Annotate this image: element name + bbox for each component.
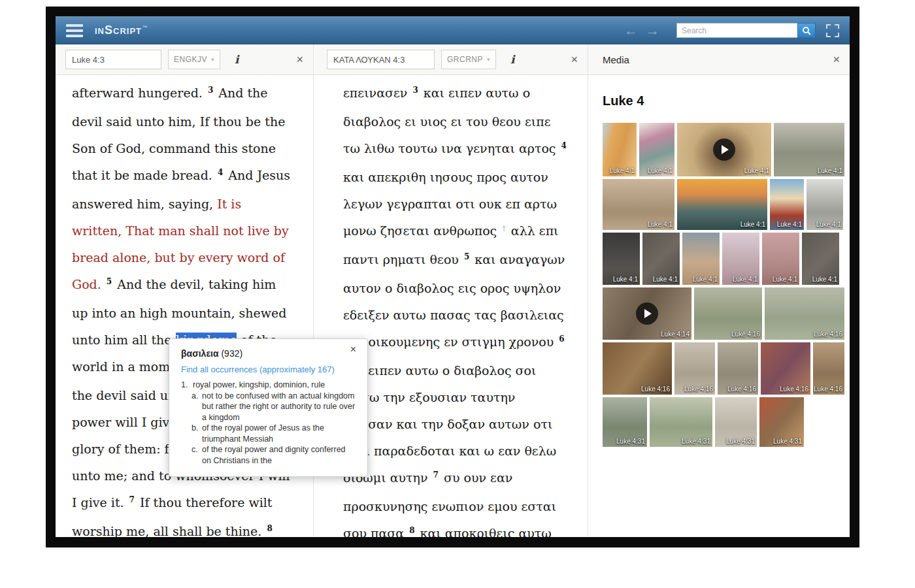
media-thumbnail-label: Luke 4:1 xyxy=(818,167,842,174)
media-image-thumbnail[interactable]: Luke 4:16 xyxy=(765,287,844,340)
verse-gr-line: προσκυνησης ενωπιον εμου εσται xyxy=(343,493,588,520)
media-image-thumbnail[interactable]: Luke 4:1 xyxy=(770,179,804,230)
media-image-thumbnail[interactable]: Luke 4:1 xyxy=(603,179,674,230)
media-image-thumbnail[interactable]: Luke 4:31 xyxy=(603,397,647,447)
verse-gr-line: εμοι παραδεδοται και ω εαν θελω xyxy=(343,438,588,465)
media-image-thumbnail[interactable]: Luke 4:16 xyxy=(694,287,762,340)
close-panel-media-icon[interactable]: × xyxy=(833,54,840,65)
verse-en-line: Son of God, command this stone xyxy=(72,135,313,162)
verse-text: αλλ επι xyxy=(507,223,559,238)
verse-en-line: that it be made bread. 4 And Jesus xyxy=(72,162,313,191)
find-occurrences-link[interactable]: Find all occurrences (approximately 167) xyxy=(181,365,356,374)
play-icon[interactable] xyxy=(636,302,658,325)
media-image-thumbnail[interactable]: Luke 4:1 xyxy=(802,233,839,285)
verse-text: And the xyxy=(214,86,267,100)
verse-number: 7 xyxy=(129,495,135,504)
top-bar: inScript™ ← → xyxy=(56,16,850,44)
media-row: Luke 4:1Luke 4:1Luke 4:1Luke 4:1Luke 4:1… xyxy=(603,233,846,285)
reference-input-english[interactable] xyxy=(65,50,161,69)
media-row: Luke 4:1Luke 4:1Luke 4:1Luke 4:1 xyxy=(603,123,846,176)
media-image-thumbnail[interactable]: Luke 4:1 xyxy=(774,123,844,176)
media-image-thumbnail[interactable]: Luke 4:1 xyxy=(722,233,759,285)
media-image-thumbnail[interactable]: Luke 4:16 xyxy=(761,342,810,395)
verse-text: και απεκριθη ιησους προς αυτον xyxy=(343,170,548,184)
verse-number: 5 xyxy=(107,277,112,286)
media-thumbnail-label: Luke 4:1 xyxy=(777,221,802,228)
verse-en-line: I give it. 7 If thou therefore wilt xyxy=(72,489,313,518)
media-thumbnail-label: Luke 4:1 xyxy=(812,276,837,283)
verse-text: της οικουμενης εν στιγμη χρονου xyxy=(343,335,557,349)
media-image-thumbnail[interactable]: Luke 4:16 xyxy=(718,342,758,395)
verse-number: 6 xyxy=(559,335,564,344)
verse-text: up into an high mountain, shewed xyxy=(72,306,286,320)
media-image-thumbnail[interactable]: Luke 4:16 xyxy=(674,342,715,395)
panel-media: Media × Luke 4 Luke 4:1Luke 4:1Luke 4:1L… xyxy=(588,44,850,536)
verse-text: και αναγαγων xyxy=(471,252,565,267)
verse-text: δωσω την εξουσιαν ταυτην xyxy=(343,390,515,404)
verse-text: και ειπεν αυτω ο διαβολος σοι xyxy=(343,363,536,378)
search-button[interactable] xyxy=(797,23,816,38)
verse-text: And Jesus xyxy=(224,168,290,182)
verse-en-line: up into an high mountain, shewed xyxy=(72,300,313,327)
media-image-thumbnail[interactable]: Luke 4:1 xyxy=(807,179,843,230)
verse-en-line: God. 5 And the devil, taking him xyxy=(72,271,313,300)
reference-input-greek[interactable] xyxy=(327,50,435,69)
media-image-thumbnail[interactable]: Luke 4:16 xyxy=(813,342,844,395)
media-thumbnail-label: Luke 4:1 xyxy=(693,276,718,283)
verse-en-line: answered him, saying, It is xyxy=(72,191,313,218)
verse-gr-line: και απεκριθη ιησους προς αυτον xyxy=(343,164,588,191)
media-thumbnail-label: Luke 4:16 xyxy=(641,385,670,393)
media-thumbnail-label: Luke 4:1 xyxy=(816,221,841,228)
verse-text: και αποκριθεις αυτω xyxy=(416,526,552,537)
verse-text: answered him, saying, xyxy=(72,197,217,211)
verse-en-line: afterward hungered. 3 And the xyxy=(72,80,313,108)
media-image-thumbnail[interactable]: Luke 4:1 xyxy=(762,233,799,285)
version-dropdown-greek[interactable]: GRCRNP▾ xyxy=(441,50,496,69)
media-panel-title: Media xyxy=(603,54,629,65)
media-image-thumbnail[interactable]: Luke 4:31 xyxy=(759,397,804,447)
media-image-thumbnail[interactable]: Luke 4:1 xyxy=(603,123,637,176)
fullscreen-icon[interactable] xyxy=(826,24,839,37)
hamburger-menu-icon[interactable] xyxy=(66,24,83,37)
app-logo: inScript™ xyxy=(95,24,148,37)
media-image-thumbnail[interactable]: Luke 4:31 xyxy=(715,397,757,447)
verse-text: διαβολος ει υιος ει του θεου ειπε xyxy=(343,114,551,129)
close-popup-icon[interactable]: × xyxy=(350,344,356,355)
verse-text: μονω ζησεται ανθρωπος xyxy=(343,223,501,238)
app-window: inScript™ ← → ENGKJV▾ i × afterward hung… xyxy=(56,16,850,537)
verse-gr-line: σου πασα 8 και αποκριθεις αυτω xyxy=(343,520,588,537)
media-image-thumbnail[interactable]: Luke 4:1 xyxy=(603,233,640,285)
forward-arrow-icon[interactable]: → xyxy=(646,24,659,37)
info-icon[interactable]: i xyxy=(510,53,514,66)
verse-text: If thou therefore wilt xyxy=(136,495,273,510)
media-thumbnail-label: Luke 4:1 xyxy=(733,276,757,283)
back-arrow-icon[interactable]: ← xyxy=(624,24,638,37)
media-image-thumbnail[interactable]: Luke 4:1 xyxy=(639,123,674,176)
verse-text: τω λιθω τουτω ινα γενηται αρτος xyxy=(343,141,560,155)
verse-number: 4 xyxy=(561,141,567,150)
play-icon[interactable] xyxy=(713,139,735,161)
media-image-thumbnail[interactable]: Luke 4:1 xyxy=(677,179,767,230)
media-video-thumbnail[interactable]: Luke 4:14 xyxy=(603,287,691,340)
media-thumbnail-label: Luke 4:14 xyxy=(661,331,690,338)
close-panel-english-icon[interactable]: × xyxy=(296,54,303,65)
footnote-marker-icon[interactable]: † xyxy=(502,224,506,233)
media-image-thumbnail[interactable]: Luke 4:1 xyxy=(642,233,680,285)
media-image-thumbnail[interactable]: Luke 4:31 xyxy=(650,397,712,447)
media-image-thumbnail[interactable]: Luke 4:16 xyxy=(603,342,672,395)
media-row: Luke 4:16Luke 4:16Luke 4:16Luke 4:16Luke… xyxy=(603,342,846,395)
search-input[interactable] xyxy=(676,23,797,38)
version-dropdown-english[interactable]: ENGKJV▾ xyxy=(168,50,220,69)
verse-gr-line: μονω ζησεται ανθρωπος † αλλ επι xyxy=(343,218,588,246)
info-icon[interactable]: i xyxy=(235,53,239,66)
verse-gr-line: της οικουμενης εν στιγμη χρονου 6 xyxy=(343,329,588,357)
verse-text: αυτον ο διαβολος εις ορος υψηλον xyxy=(343,281,561,295)
popup-lemma-title: βασιλεια (932) xyxy=(181,348,356,359)
verse-text: συ ουν εαν xyxy=(440,470,512,485)
close-panel-greek-icon[interactable]: × xyxy=(571,54,578,65)
media-thumbnail-label: Luke 4:16 xyxy=(727,385,756,393)
media-video-thumbnail[interactable]: Luke 4:1 xyxy=(677,123,771,176)
media-image-thumbnail[interactable]: Luke 4:1 xyxy=(682,233,720,285)
verse-text: και ειπεν αυτω ο xyxy=(420,86,530,100)
verse-gr-line: εδειξεν αυτω πασας τας βασιλειας xyxy=(343,302,588,329)
